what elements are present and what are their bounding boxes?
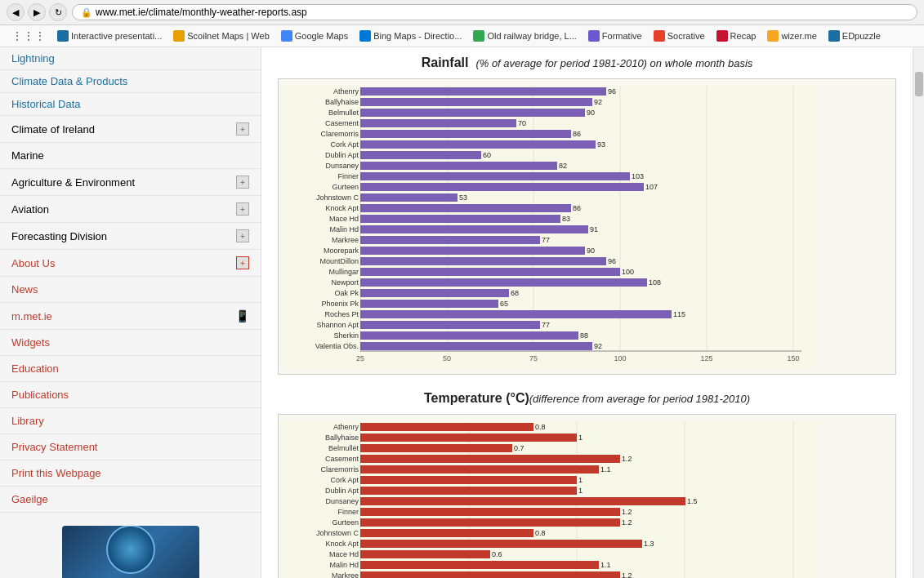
bookmark-edpuzzle[interactable]: EDpuzzle (824, 29, 886, 43)
bookmark-railway[interactable]: Old railway bridge, L... (468, 29, 581, 43)
sidebar-item-climate-data[interactable]: Climate Data & Products (0, 70, 261, 93)
bookmark-socrative[interactable]: Socrative (649, 29, 710, 43)
svg-rect-50 (360, 236, 540, 244)
svg-text:Claremorris: Claremorris (320, 465, 359, 474)
sidebar-item-agriculture[interactable]: Agriculture & Environment + (0, 169, 261, 196)
bookmark-recap[interactable]: Recap (712, 29, 761, 43)
sidebar-item-privacy[interactable]: Privacy Statement (0, 434, 261, 460)
svg-text:1: 1 (578, 434, 583, 442)
sidebar-item-news[interactable]: News (0, 277, 261, 303)
sidebar: Lightning Climate Data & Products Histor… (0, 47, 261, 578)
svg-text:70: 70 (518, 119, 526, 127)
svg-text:Finner: Finner (337, 508, 359, 516)
svg-text:96: 96 (608, 87, 616, 96)
expand-forecasting-icon[interactable]: + (236, 229, 249, 242)
temperature-chart-title: Temperature (°C)(difference from average… (278, 391, 896, 406)
svg-text:Ballyhaise: Ballyhaise (325, 98, 359, 106)
svg-text:1.2: 1.2 (622, 518, 632, 527)
svg-rect-35 (360, 183, 644, 191)
svg-rect-20 (360, 130, 571, 138)
svg-text:88: 88 (580, 331, 588, 340)
svg-rect-117 (360, 497, 685, 505)
scrollbar[interactable] (913, 47, 924, 578)
back-button[interactable]: ◀ (7, 3, 25, 21)
svg-text:93: 93 (597, 140, 605, 149)
svg-rect-114 (360, 487, 577, 495)
bookmark-bingmaps[interactable]: Bing Maps - Directio... (355, 29, 466, 43)
bookmark-interactive[interactable]: Interactive presentati... (52, 29, 167, 43)
expand-aboutus-icon[interactable]: + (236, 256, 249, 269)
expand-agriculture-icon[interactable]: + (236, 176, 249, 189)
sidebar-item-mmetie[interactable]: m.met.ie 📱 (0, 303, 261, 330)
svg-text:Athenry: Athenry (333, 87, 359, 96)
sidebar-item-forecasting[interactable]: Forecasting Division + (0, 223, 261, 250)
svg-text:90: 90 (587, 247, 595, 255)
svg-rect-38 (360, 193, 458, 202)
svg-text:Valentia Obs.: Valentia Obs. (315, 342, 359, 350)
svg-text:103: 103 (632, 172, 644, 180)
sidebar-item-print[interactable]: Print this Webpage (0, 460, 261, 487)
svg-text:83: 83 (562, 215, 570, 223)
svg-text:92: 92 (594, 342, 602, 350)
bookmark-googlemaps[interactable]: Google Maps (276, 29, 353, 43)
sidebar-item-lightning[interactable]: Lightning (0, 47, 261, 70)
sidebar-item-widgets[interactable]: Widgets (0, 330, 261, 356)
svg-text:108: 108 (649, 278, 661, 287)
sidebar-item-aviation[interactable]: Aviation + (0, 196, 261, 223)
forward-button[interactable]: ▶ (28, 3, 46, 21)
svg-text:Ballyhaise: Ballyhaise (325, 434, 359, 442)
svg-rect-80 (360, 342, 592, 350)
svg-text:107: 107 (645, 183, 658, 191)
svg-text:Malin Hd: Malin Hd (329, 225, 359, 233)
svg-text:Mace Hd: Mace Hd (329, 215, 359, 223)
expand-climate-ireland-icon[interactable]: + (236, 122, 249, 136)
svg-rect-59 (360, 268, 620, 276)
svg-rect-126 (360, 529, 533, 537)
sidebar-item-aboutus[interactable]: About Us + (0, 250, 261, 277)
svg-text:Casement: Casement (325, 455, 359, 463)
sidebar-item-library[interactable]: Library (0, 408, 261, 434)
sidebar-item-education[interactable]: Education (0, 356, 261, 382)
svg-text:Claremorris: Claremorris (320, 130, 359, 138)
svg-text:Casement: Casement (325, 119, 359, 127)
sidebar-item-gaeilge[interactable]: Gaeilge (0, 487, 261, 513)
sidebar-item-historical[interactable]: Historical Data (0, 93, 261, 116)
address-bar[interactable]: 🔒 www.met.ie/climate/monthly-weather-rep… (72, 4, 917, 20)
temperature-chart-section: Temperature (°C)(difference from average… (278, 391, 896, 578)
svg-text:0.8: 0.8 (535, 529, 546, 537)
mobile-icon: 📱 (235, 309, 249, 322)
svg-rect-53 (360, 247, 585, 255)
svg-text:Finner: Finner (337, 172, 359, 180)
bookmark-apps[interactable]: ⋮⋮⋮ (7, 28, 51, 44)
svg-text:1: 1 (578, 476, 583, 484)
bookmark-wizer[interactable]: wizer.me (762, 29, 821, 43)
sidebar-item-marine[interactable]: Marine (0, 143, 261, 169)
svg-text:MountDillon: MountDillon (319, 257, 359, 265)
lock-icon: 🔒 (81, 7, 92, 18)
nav-buttons[interactable]: ◀ ▶ ↻ (7, 3, 67, 21)
svg-rect-62 (360, 278, 647, 287)
reload-button[interactable]: ↻ (49, 3, 67, 21)
svg-text:Sherkin: Sherkin (333, 331, 359, 340)
sidebar-item-publications[interactable]: Publications (0, 382, 261, 408)
sidebar-item-climate-ireland[interactable]: Climate of Ireland + (0, 116, 261, 143)
bookmark-scoilnet[interactable]: Scoilnet Maps | Web (168, 29, 274, 43)
svg-text:Oak Pk: Oak Pk (334, 289, 359, 297)
rainfall-svg: Athenry 96 Ballyhaise 92 Belmullet 90 Ca… (279, 86, 818, 367)
svg-text:86: 86 (573, 204, 581, 212)
browser-bar: ◀ ▶ ↻ 🔒 www.met.ie/climate/monthly-weath… (0, 0, 924, 25)
expand-aviation-icon[interactable]: + (236, 202, 249, 216)
svg-rect-65 (360, 289, 509, 297)
svg-text:Moorepark: Moorepark (324, 247, 359, 255)
svg-text:0.6: 0.6 (492, 550, 502, 558)
svg-text:115: 115 (673, 310, 685, 318)
sidebar-image[interactable]: Storm Names2017/18 (62, 526, 199, 578)
svg-text:Shannon Apt: Shannon Apt (316, 321, 359, 329)
bookmark-formative[interactable]: Formative (583, 29, 647, 43)
temperature-svg: Athenry 0.8 Ballyhaise 1 Belmullet 0.7 C… (279, 421, 818, 578)
svg-rect-32 (360, 172, 630, 180)
svg-text:Markree: Markree (332, 571, 359, 578)
svg-text:25: 25 (356, 354, 364, 362)
svg-rect-14 (360, 109, 585, 117)
svg-text:50: 50 (443, 354, 451, 362)
